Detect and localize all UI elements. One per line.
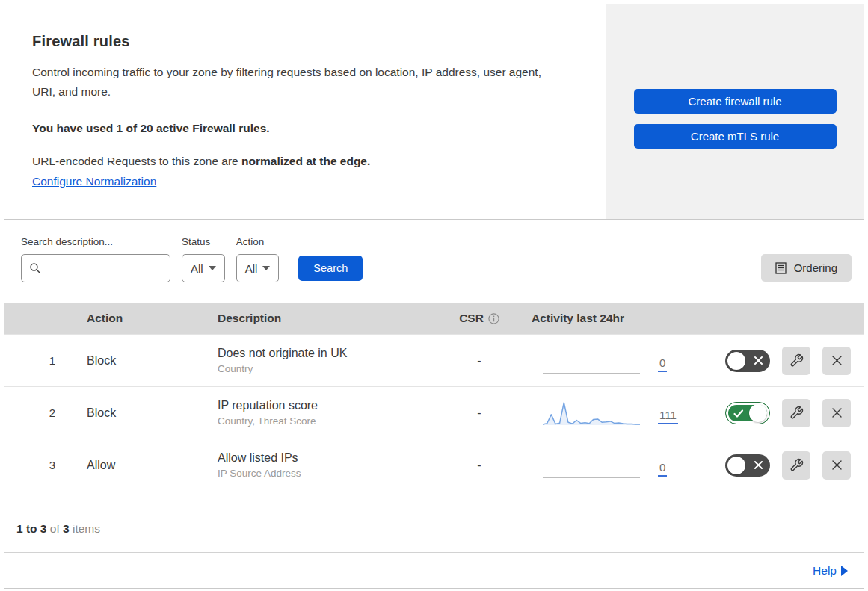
rule-enabled-toggle[interactable] bbox=[725, 402, 770, 424]
main-section: Search description... Status All Action bbox=[4, 219, 864, 588]
close-icon bbox=[831, 459, 843, 471]
firewall-rules-panel: Firewall rules Control incoming traffic … bbox=[4, 4, 864, 589]
edit-rule-button[interactable] bbox=[782, 399, 810, 427]
toggle-knob bbox=[727, 457, 745, 474]
wrench-icon bbox=[789, 406, 804, 420]
table-row: 2 Block IP reputation score Country, Thr… bbox=[4, 386, 864, 439]
search-button[interactable]: Search bbox=[298, 256, 363, 281]
activity-count-link[interactable]: 111 bbox=[658, 409, 678, 424]
normalization-prefix: URL-encoded Requests to this zone are bbox=[32, 155, 241, 167]
help-bar: Help bbox=[4, 552, 864, 588]
wrench-icon bbox=[789, 458, 804, 472]
arrow-right-icon bbox=[841, 566, 848, 576]
rule-fields: IP Source Address bbox=[218, 468, 438, 479]
chevron-down-icon bbox=[209, 266, 216, 270]
status-select[interactable]: All bbox=[182, 254, 225, 282]
rule-enabled-toggle[interactable] bbox=[725, 350, 770, 372]
delete-rule-button[interactable] bbox=[822, 451, 851, 480]
header-action-col: Action bbox=[76, 312, 206, 325]
rule-csr: - bbox=[438, 459, 520, 472]
edit-rule-button[interactable] bbox=[782, 451, 810, 480]
activity-flatline bbox=[543, 453, 640, 478]
normalization-bold: normalized at the edge. bbox=[241, 155, 370, 167]
close-icon bbox=[831, 406, 843, 419]
action-value: All bbox=[245, 262, 258, 275]
configure-normalization-link[interactable]: Configure Normalization bbox=[32, 175, 156, 188]
search-input[interactable] bbox=[47, 262, 162, 274]
table-row: 3 Allow Allow listed IPs IP Source Addre… bbox=[4, 439, 864, 491]
table-footer: 1 to 3 of 3 items bbox=[4, 491, 864, 552]
action-select[interactable]: All bbox=[236, 254, 280, 282]
usage-line: You have used 1 of 20 active Firewall ru… bbox=[32, 122, 576, 135]
sparkline-line bbox=[543, 403, 640, 424]
help-label: Help bbox=[813, 564, 837, 578]
rule-description: Allow listed IPs bbox=[218, 451, 438, 465]
rule-description: Does not originate in UK bbox=[218, 347, 438, 360]
help-link[interactable]: Help bbox=[813, 564, 848, 578]
chevron-down-icon bbox=[262, 266, 270, 270]
activity-count-link[interactable]: 0 bbox=[658, 461, 667, 477]
rule-fields: Country bbox=[218, 363, 438, 374]
status-value: All bbox=[191, 262, 203, 275]
toggle-x-icon bbox=[753, 460, 764, 471]
toggle-knob bbox=[749, 404, 767, 422]
rule-action: Block bbox=[76, 406, 206, 420]
intro-card: Firewall rules Control incoming traffic … bbox=[4, 4, 606, 219]
toggle-knob bbox=[727, 352, 745, 370]
rule-fields: Country, Threat Score bbox=[218, 415, 438, 427]
page-title: Firewall rules bbox=[32, 33, 576, 50]
create-mtls-rule-button[interactable]: Create mTLS rule bbox=[634, 124, 837, 149]
header-activity-col: Activity last 24hr bbox=[520, 312, 698, 325]
rule-csr: - bbox=[438, 354, 520, 368]
edit-rule-button[interactable] bbox=[782, 347, 810, 375]
rule-action: Allow bbox=[76, 459, 206, 472]
header-description-col: Description bbox=[206, 312, 438, 325]
activity-sparkline bbox=[543, 400, 640, 426]
cta-panel: Create firewall rule Create mTLS rule bbox=[606, 4, 864, 219]
table-header-row: Action Description CSR Activity last 24h… bbox=[4, 303, 864, 334]
rule-action: Block bbox=[76, 354, 206, 368]
rule-number: 3 bbox=[4, 459, 76, 471]
activity-flatline bbox=[543, 348, 640, 374]
page-description: Control incoming traffic to your zone by… bbox=[32, 63, 563, 102]
search-icon bbox=[29, 262, 41, 274]
activity-count-link[interactable]: 0 bbox=[658, 356, 667, 372]
normalization-line: URL-encoded Requests to this zone are no… bbox=[32, 155, 576, 168]
close-icon bbox=[831, 354, 843, 367]
top-section: Firewall rules Control incoming traffic … bbox=[4, 4, 864, 219]
action-label: Action bbox=[236, 236, 280, 247]
search-label: Search description... bbox=[21, 236, 170, 247]
search-box[interactable] bbox=[21, 254, 170, 282]
items-count: 1 to 3 of 3 items bbox=[16, 522, 100, 536]
filter-bar: Search description... Status All Action bbox=[4, 220, 864, 303]
ordering-button[interactable]: Ordering bbox=[761, 254, 852, 282]
toggle-check-icon bbox=[733, 408, 745, 419]
rule-description: IP reputation score bbox=[218, 399, 438, 412]
delete-rule-button[interactable] bbox=[822, 347, 851, 375]
rule-csr: - bbox=[438, 406, 520, 420]
rule-number: 1 bbox=[4, 354, 76, 367]
rule-number: 2 bbox=[4, 406, 76, 419]
wrench-icon bbox=[789, 353, 804, 368]
delete-rule-button[interactable] bbox=[822, 399, 851, 427]
table-row: 1 Block Does not originate in UK Country… bbox=[4, 334, 864, 386]
csr-header-label: CSR bbox=[459, 312, 484, 325]
ordering-label: Ordering bbox=[794, 262, 837, 274]
rule-enabled-toggle[interactable] bbox=[725, 454, 770, 477]
status-label: Status bbox=[182, 236, 225, 247]
toggle-x-icon bbox=[753, 355, 764, 366]
info-icon[interactable] bbox=[488, 313, 499, 324]
create-firewall-rule-button[interactable]: Create firewall rule bbox=[634, 89, 837, 114]
list-document-icon bbox=[775, 262, 787, 274]
header-csr-col: CSR bbox=[438, 312, 520, 325]
